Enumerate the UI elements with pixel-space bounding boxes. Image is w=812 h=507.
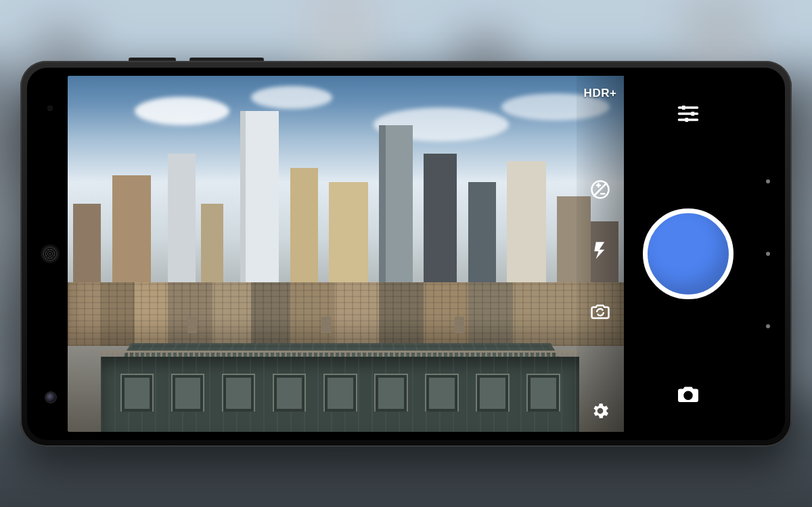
scene-cloud (251, 86, 332, 109)
switch-camera-icon[interactable] (590, 301, 610, 322)
scene-cloud (135, 97, 229, 125)
settings-icon[interactable] (590, 401, 610, 421)
earpiece-speaker (41, 244, 60, 263)
camera-viewfinder[interactable]: HDR+ (68, 76, 624, 432)
volume-button-edge (189, 58, 264, 61)
phone-frame: HDR+ (20, 61, 792, 447)
camera-control-panel (624, 76, 752, 432)
nav-dot (766, 179, 770, 183)
viewfinder-toggle-strip: HDR+ (577, 76, 624, 432)
camera-icon[interactable] (676, 382, 700, 406)
front-camera-lens (46, 393, 55, 402)
nav-dot (766, 252, 770, 256)
exposure-icon[interactable] (590, 179, 610, 200)
svg-point-4 (685, 393, 690, 397)
shutter-button[interactable] (643, 208, 734, 299)
proximity-sensor (47, 106, 53, 111)
hdr-toggle[interactable]: HDR+ (584, 87, 617, 100)
nav-dot (766, 324, 770, 328)
phone-bezel: HDR+ (27, 68, 785, 440)
power-button-edge (129, 58, 176, 61)
scene-building (240, 111, 279, 311)
svg-rect-1 (682, 106, 685, 110)
svg-rect-3 (685, 118, 689, 122)
sliders-icon[interactable] (676, 102, 700, 126)
svg-rect-2 (692, 112, 695, 116)
device-screen: HDR+ (68, 76, 752, 432)
scene-foreground-roof (101, 325, 579, 432)
flash-icon[interactable] (590, 240, 610, 261)
